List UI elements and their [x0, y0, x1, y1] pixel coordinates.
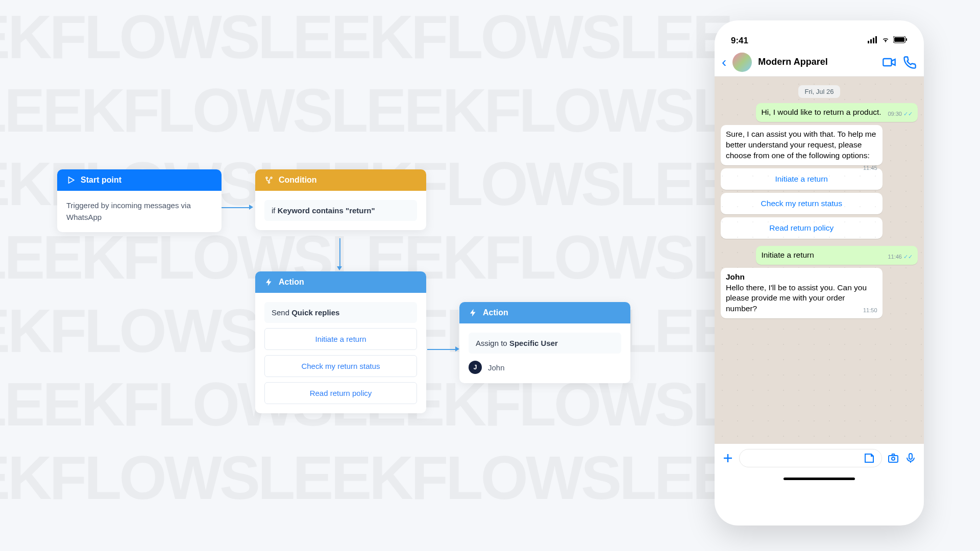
status-bar: 9:41	[715, 20, 924, 48]
back-icon[interactable]: ‹	[722, 54, 726, 70]
svg-rect-6	[873, 38, 874, 43]
quick-reply-option[interactable]: Check my return status	[264, 355, 417, 377]
assigned-user: J John	[469, 361, 621, 374]
condition-node[interactable]: Condition if Keyword contains "return"	[255, 169, 426, 230]
svg-point-2	[271, 177, 272, 179]
condition-title: Condition	[279, 176, 317, 185]
message-incoming: John Hello there, I'll be to assist you.…	[721, 268, 883, 319]
message-outgoing: Initiate a return 11:46 ✓✓	[756, 246, 918, 265]
contact-name[interactable]: Modern Apparel	[758, 57, 876, 67]
message-incoming: Sure, I can assist you with that. To hel…	[721, 125, 883, 165]
signal-icon	[868, 36, 878, 46]
bolt-icon	[264, 278, 274, 287]
connector	[339, 238, 340, 266]
action-send-label: Send Quick replies	[264, 302, 417, 323]
start-title: Start point	[81, 176, 121, 185]
user-name: John	[488, 363, 505, 372]
svg-rect-7	[875, 36, 877, 43]
chat-input-bar	[715, 444, 924, 472]
phone-mockup: 9:41 ‹ Modern Apparel Fri, Jul 26 Hi, I …	[715, 20, 924, 525]
quick-reply-option[interactable]: Initiate a return	[264, 328, 417, 350]
sticker-icon[interactable]	[863, 452, 875, 464]
svg-rect-12	[889, 456, 898, 462]
svg-rect-4	[868, 41, 869, 43]
svg-rect-5	[870, 39, 872, 43]
svg-point-3	[268, 182, 270, 183]
branch-icon	[264, 176, 274, 185]
action-assign-label: Assign to Specific User	[469, 333, 621, 354]
action-send-node[interactable]: Action Send Quick replies Initiate a ret…	[255, 271, 426, 413]
arrow-head-icon	[455, 346, 459, 352]
call-icon[interactable]	[902, 55, 917, 69]
svg-point-13	[892, 457, 895, 460]
action-assign-node[interactable]: Action Assign to Specific User J John	[459, 302, 630, 383]
svg-rect-10	[906, 38, 907, 41]
chat-header: ‹ Modern Apparel	[715, 48, 924, 77]
read-ticks-icon: ✓✓	[903, 111, 913, 117]
mic-icon[interactable]	[904, 452, 917, 464]
status-time: 9:41	[731, 36, 748, 46]
quick-reply-option[interactable]: Read return policy	[264, 382, 417, 404]
start-node[interactable]: Start point Triggered by incoming messag…	[57, 169, 222, 232]
arrow-head-icon	[337, 266, 342, 270]
read-ticks-icon: ✓✓	[903, 254, 913, 260]
message-input[interactable]	[739, 449, 882, 467]
battery-icon	[893, 36, 908, 46]
connector	[427, 349, 455, 350]
action-title: Action	[279, 278, 304, 287]
video-call-icon[interactable]	[882, 55, 896, 69]
message-outgoing: Hi, I would like to return a product. 09…	[756, 103, 918, 122]
start-body: Triggered by incoming messages via Whats…	[57, 191, 222, 232]
contact-avatar[interactable]	[732, 53, 752, 72]
camera-icon[interactable]	[887, 452, 899, 464]
home-indicator	[783, 478, 855, 480]
quick-reply-button[interactable]: Read return policy	[721, 217, 883, 239]
action-title: Action	[483, 308, 508, 317]
date-separator: Fri, Jul 26	[721, 87, 918, 96]
sender-name: John	[726, 272, 745, 281]
plus-icon[interactable]	[722, 452, 734, 464]
svg-rect-14	[909, 454, 912, 459]
play-icon	[66, 176, 76, 185]
svg-marker-0	[69, 177, 75, 183]
svg-rect-11	[883, 59, 891, 66]
arrow-head-icon	[249, 205, 253, 210]
svg-rect-9	[894, 37, 904, 42]
quick-reply-button[interactable]: Initiate a return	[721, 168, 883, 190]
user-avatar: J	[469, 361, 482, 374]
condition-rule: if Keyword contains "return"	[264, 200, 417, 221]
chat-messages[interactable]: Fri, Jul 26 Hi, I would like to return a…	[715, 77, 924, 444]
quick-reply-button[interactable]: Check my return status	[721, 193, 883, 214]
connector	[221, 207, 249, 208]
svg-point-1	[266, 177, 267, 179]
wifi-icon	[881, 36, 890, 46]
bolt-icon	[469, 308, 478, 317]
